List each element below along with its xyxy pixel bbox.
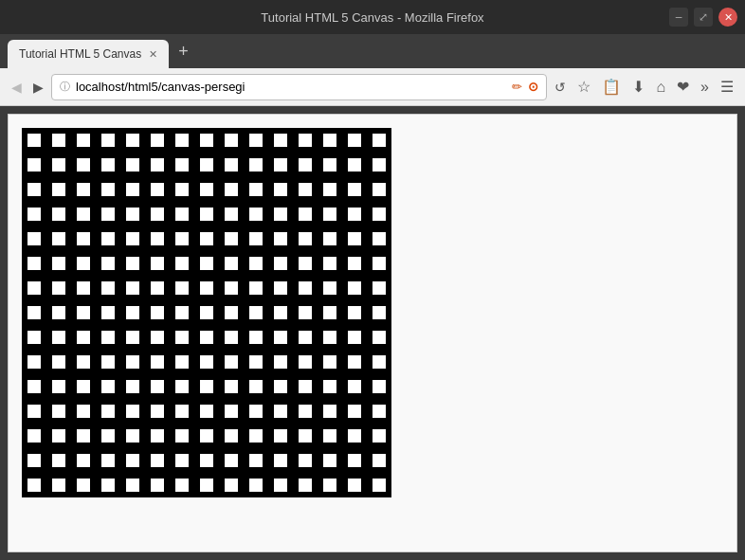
- reader-view-icon[interactable]: 📋: [598, 74, 625, 99]
- info-icon: ⓘ: [60, 80, 70, 94]
- tab-label: Tutorial HTML 5 Canvas: [19, 47, 141, 61]
- url-bar[interactable]: ⓘ ✏ ⊙: [51, 74, 547, 100]
- window-controls: – ⤢ ✕: [669, 8, 737, 27]
- canvas-container: [9, 115, 736, 515]
- navbar: ◀ ▶ ⓘ ✏ ⊙ ↺ ☆ 📋 ⬇ ⌂ ❤ » ☰: [0, 68, 745, 106]
- minimize-button[interactable]: –: [669, 8, 688, 27]
- bookmark-star-icon[interactable]: ☆: [573, 74, 594, 99]
- forward-button[interactable]: ▶: [29, 76, 47, 99]
- pencil-icon: ✏: [512, 80, 522, 94]
- close-button[interactable]: ✕: [718, 8, 737, 27]
- menu-icon[interactable]: ☰: [717, 74, 737, 99]
- home-icon[interactable]: ⌂: [652, 75, 669, 99]
- window-title: Tutorial HTML 5 Canvas - Mozilla Firefox: [261, 10, 483, 25]
- download-icon[interactable]: ⬇: [628, 74, 648, 99]
- maximize-button[interactable]: ⤢: [694, 8, 713, 27]
- ubuntu-icon: ⊙: [528, 80, 538, 94]
- titlebar: Tutorial HTML 5 Canvas - Mozilla Firefox…: [0, 0, 745, 34]
- active-tab[interactable]: Tutorial HTML 5 Canvas ✕: [8, 40, 169, 68]
- new-tab-button[interactable]: +: [173, 42, 194, 62]
- toolbar-icons: ☆ 📋 ⬇ ⌂ ❤ » ☰: [573, 74, 737, 99]
- tab-bar: Tutorial HTML 5 Canvas ✕ +: [0, 34, 745, 68]
- url-input[interactable]: [76, 80, 506, 94]
- reload-button[interactable]: ↺: [551, 76, 570, 99]
- pocket-icon[interactable]: ❤: [673, 74, 693, 99]
- more-tools-icon[interactable]: »: [697, 75, 713, 99]
- back-button[interactable]: ◀: [8, 76, 26, 99]
- html5-canvas: [22, 128, 391, 497]
- tab-close-button[interactable]: ✕: [149, 48, 157, 61]
- content-area: [8, 114, 737, 552]
